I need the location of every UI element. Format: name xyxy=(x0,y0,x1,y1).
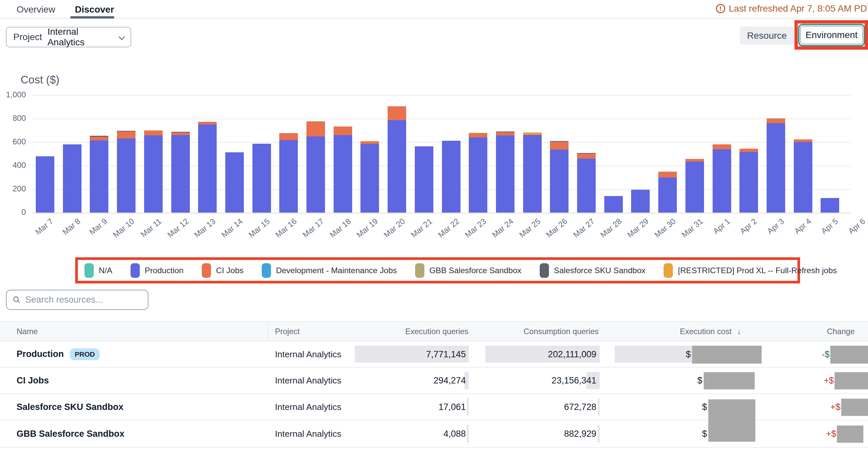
bar-segment-sku xyxy=(550,141,568,142)
cost-stacked-bar-chart: 02004006008001,000Mar 7Mar 8Mar 9Mar 10M… xyxy=(0,0,868,252)
search-input[interactable] xyxy=(25,295,142,305)
col-header-name: Name xyxy=(17,327,38,336)
execution-queries-value: 17,061 xyxy=(331,402,466,412)
bar-segment-ci xyxy=(388,106,406,120)
legend-item[interactable]: N/A xyxy=(85,263,112,278)
col-header-consumption-queries: Consumption queries xyxy=(466,327,599,336)
legend-item[interactable]: CI Jobs xyxy=(202,263,244,278)
resource-name: Salesforce SKU Sandbox xyxy=(17,402,124,412)
bar-segment-gbb xyxy=(767,118,785,119)
y-axis-tick-label: 600 xyxy=(0,137,26,147)
gridline-800 xyxy=(32,119,850,119)
change-prefix: +$ xyxy=(819,402,840,412)
bar-segment-gbb xyxy=(469,133,487,133)
redacted-change-value xyxy=(841,399,868,416)
bar-segment-sku xyxy=(496,131,515,132)
legend-item[interactable]: Salesforce SKU Sandbox xyxy=(540,263,645,278)
resource-name: GBB Salesforce Sandbox xyxy=(17,429,125,439)
legend-item[interactable]: GBB Salesforce Sandbox xyxy=(415,263,522,278)
resource-name: ProductionPROD xyxy=(17,348,100,360)
bar-segment-gbb xyxy=(658,171,677,172)
table-row-ci-jobs[interactable]: CI JobsInternal Analytics294,27423,156,3… xyxy=(0,367,868,394)
table-header-row: Name Project Execution queries Consumpti… xyxy=(0,321,868,342)
bar-segment-production xyxy=(388,120,406,213)
bar-segment-production xyxy=(442,141,461,213)
bar-segment-gbb xyxy=(306,121,325,122)
bar-segment-production xyxy=(415,147,433,213)
legend-swatch-restricted xyxy=(663,263,673,278)
x-axis-tick-label: Mar 24 xyxy=(482,217,515,247)
execution-queries-value: 7,771,145 xyxy=(331,349,466,359)
environment-toggle-button[interactable]: Environment xyxy=(800,26,863,44)
bar-segment-production xyxy=(713,149,731,213)
y-axis-tick-label: 1,000 xyxy=(0,90,26,99)
bar-segment-production xyxy=(117,138,135,213)
col-header-execution-cost[interactable]: Execution cost ↓ xyxy=(609,327,741,336)
legend-item[interactable]: Development - Maintenance Jobs xyxy=(262,263,397,278)
consumption-queries-value: 23,156,341 xyxy=(464,376,596,386)
bar-segment-production xyxy=(604,196,623,213)
bar-segment-production xyxy=(361,144,379,213)
bar-segment-production xyxy=(198,125,217,213)
bar-segment-ci xyxy=(523,134,542,135)
x-axis-tick-label: Mar 30 xyxy=(644,217,678,247)
bar-segment-production xyxy=(306,136,325,213)
bar-segment-ci xyxy=(469,133,487,137)
bar-segment-ci xyxy=(658,172,677,178)
execution-cost-prefix: $ xyxy=(694,402,707,412)
bar-segment-ci xyxy=(496,132,515,135)
execution-queries-value: 294,274 xyxy=(331,376,466,386)
bar-segment-production xyxy=(767,123,785,213)
bar-segment-production xyxy=(685,162,704,213)
bar-segment-sku xyxy=(577,153,596,154)
bar-segment-production xyxy=(225,152,244,213)
legend-label: N/A xyxy=(99,266,112,275)
gridline-0 xyxy=(32,213,850,214)
legend-label: Development - Maintenance Jobs xyxy=(276,266,397,275)
consumption-queries-bar xyxy=(598,398,600,416)
change-prefix: -$ xyxy=(808,349,830,359)
legend-item[interactable]: [RESTRICTED] Prod XL -- Full-Refresh job… xyxy=(663,263,837,278)
table-row-production[interactable]: ProductionPRODInternal Analytics7,771,14… xyxy=(0,342,868,367)
redacted-cost-value-shared xyxy=(708,399,755,442)
legend-label: GBB Salesforce Sandbox xyxy=(429,266,522,275)
y-axis-tick-label: 200 xyxy=(0,184,26,193)
redacted-cost-value xyxy=(692,346,762,363)
consumption-queries-value: 882,929 xyxy=(464,429,596,439)
y-axis-tick-label: 800 xyxy=(0,114,26,123)
prod-badge: PROD xyxy=(70,348,100,360)
bar-segment-production xyxy=(63,144,82,213)
x-axis-tick-label: Mar 11 xyxy=(129,217,163,247)
bar-segment-ci xyxy=(334,127,352,135)
bar-segment-production xyxy=(577,159,596,213)
bar-segment-ci xyxy=(90,137,108,140)
y-axis-tick-label: 400 xyxy=(0,161,26,170)
bar-segment-ci xyxy=(361,142,379,144)
bar-segment-ci xyxy=(171,132,190,135)
legend-label: Production xyxy=(145,266,184,275)
bar-segment-production xyxy=(334,135,352,213)
bar-segment-ci xyxy=(306,122,325,136)
bar-segment-production xyxy=(631,190,650,213)
cost-dashboard-page: Overview Discover ! Last refreshed Apr 7… xyxy=(0,0,868,451)
execution-cost-prefix: $ xyxy=(694,429,707,439)
bar-segment-restricted xyxy=(361,141,379,142)
consumption-queries-value: 202,111,009 xyxy=(464,349,596,359)
bar-segment-ci xyxy=(713,144,731,149)
bar-segment-sku xyxy=(171,132,190,132)
bar-segment-ci xyxy=(685,159,704,162)
col-header-project: Project xyxy=(275,327,300,336)
x-axis-tick-label: Mar 27 xyxy=(562,217,596,247)
bar-segment-ci xyxy=(577,154,596,159)
bar-segment-production xyxy=(496,135,515,213)
resource-search-box xyxy=(6,290,148,310)
bar-segment-ci xyxy=(117,131,135,138)
consumption-queries-value: 672,728 xyxy=(464,402,596,412)
y-axis-tick-label: 0 xyxy=(0,207,26,217)
bar-segment-production xyxy=(171,135,190,213)
legend-item[interactable]: Production xyxy=(130,263,184,278)
x-axis-tick-label: Mar 7 xyxy=(21,217,55,247)
bar-segment-production xyxy=(550,150,568,213)
legend-swatch-production xyxy=(130,263,140,278)
legend-swatch-gbb xyxy=(415,263,424,278)
